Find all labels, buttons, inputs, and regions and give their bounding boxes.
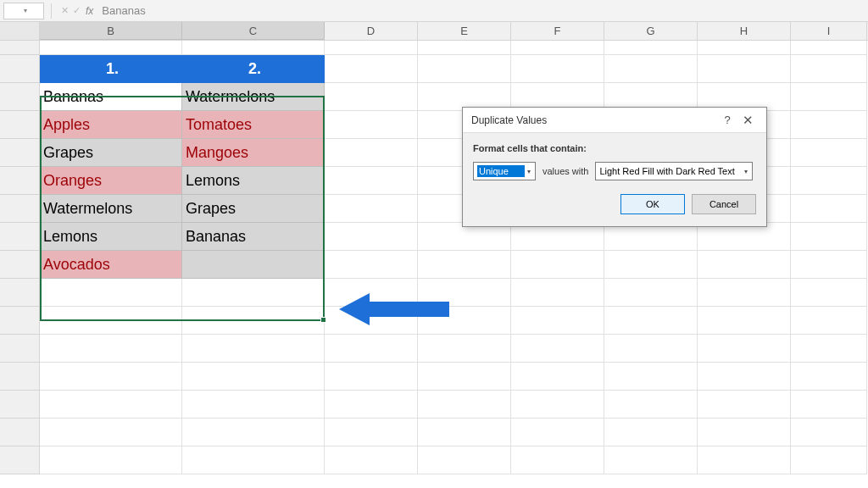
table-header-2[interactable]: 2.	[182, 55, 325, 83]
dialog-titlebar[interactable]: Duplicate Values ? ✕	[463, 108, 766, 133]
close-icon[interactable]: ✕	[737, 113, 758, 128]
row-header[interactable]	[0, 223, 40, 251]
cell[interactable]	[182, 419, 325, 446]
cell[interactable]	[325, 335, 418, 363]
cell[interactable]	[511, 251, 604, 279]
cell[interactable]	[418, 446, 511, 474]
cell[interactable]: Watermelons	[182, 83, 325, 111]
cell[interactable]	[182, 251, 325, 279]
cell[interactable]	[698, 363, 791, 391]
condition-dropdown[interactable]: Unique ▾	[473, 162, 536, 180]
cell[interactable]	[418, 251, 511, 279]
cell[interactable]: Lemons	[40, 223, 182, 251]
cell[interactable]	[418, 391, 511, 419]
cell[interactable]	[604, 251, 698, 279]
row-header[interactable]	[0, 55, 40, 83]
cell[interactable]	[325, 83, 418, 111]
cell[interactable]: Oranges	[40, 167, 182, 195]
cell[interactable]	[325, 363, 418, 391]
cell[interactable]	[698, 55, 791, 83]
cell[interactable]	[325, 111, 418, 139]
name-box[interactable]: ▾	[3, 3, 44, 19]
cell[interactable]	[511, 55, 604, 83]
cell[interactable]	[418, 307, 511, 335]
cell[interactable]	[418, 41, 511, 55]
row-header[interactable]	[0, 41, 40, 55]
cell[interactable]	[511, 307, 604, 335]
cell[interactable]	[40, 363, 182, 391]
cell[interactable]	[418, 55, 511, 83]
row-header[interactable]	[0, 419, 40, 446]
cell[interactable]	[698, 41, 791, 55]
cell[interactable]	[604, 55, 698, 83]
cell[interactable]	[182, 446, 325, 474]
format-dropdown[interactable]: Light Red Fill with Dark Red Text ▾	[595, 162, 753, 180]
row-header[interactable]	[0, 195, 40, 223]
cell[interactable]	[791, 223, 867, 251]
cell[interactable]	[698, 335, 791, 363]
cell[interactable]	[791, 251, 867, 279]
col-header-i[interactable]: I	[791, 22, 867, 40]
cell[interactable]	[604, 419, 698, 446]
row-header[interactable]	[0, 335, 40, 363]
col-header-h[interactable]: H	[698, 22, 791, 40]
cell[interactable]	[511, 446, 604, 474]
cell[interactable]	[418, 279, 511, 307]
enter-icon[interactable]: ✓	[70, 5, 82, 16]
cell[interactable]	[325, 195, 418, 223]
cell[interactable]	[182, 363, 325, 391]
cell[interactable]	[182, 335, 325, 363]
row-header[interactable]	[0, 446, 40, 474]
cell[interactable]	[604, 307, 698, 335]
cell[interactable]	[325, 446, 418, 474]
row-header[interactable]	[0, 83, 40, 111]
row-header[interactable]	[0, 251, 40, 279]
cell[interactable]	[182, 307, 325, 335]
cell[interactable]	[698, 391, 791, 419]
cell[interactable]	[791, 307, 867, 335]
cell[interactable]	[791, 111, 867, 139]
cell[interactable]	[604, 335, 698, 363]
cell[interactable]	[325, 223, 418, 251]
cell[interactable]: Grapes	[40, 139, 182, 167]
cell[interactable]	[40, 391, 182, 419]
cell[interactable]	[325, 55, 418, 83]
cell[interactable]	[40, 41, 182, 55]
cell[interactable]	[791, 335, 867, 363]
cell[interactable]	[182, 391, 325, 419]
cell[interactable]	[325, 307, 418, 335]
cell[interactable]	[325, 279, 418, 307]
cell[interactable]	[418, 335, 511, 363]
cell[interactable]	[604, 446, 698, 474]
col-header-f[interactable]: F	[511, 22, 604, 40]
cell[interactable]	[325, 251, 418, 279]
row-header[interactable]	[0, 391, 40, 419]
cell[interactable]	[791, 195, 867, 223]
cancel-button[interactable]: Cancel	[692, 194, 756, 214]
row-header[interactable]	[0, 363, 40, 391]
cancel-icon[interactable]: ✕	[58, 5, 70, 16]
col-header-c[interactable]: C	[182, 22, 325, 40]
cell[interactable]	[791, 363, 867, 391]
row-header[interactable]	[0, 167, 40, 195]
fx-icon[interactable]: fx	[86, 5, 93, 17]
col-header-d[interactable]: D	[325, 22, 418, 40]
cell[interactable]	[604, 363, 698, 391]
cell[interactable]	[511, 419, 604, 446]
cell[interactable]: Apples	[40, 111, 182, 139]
col-header-b[interactable]: B	[40, 22, 182, 40]
cell[interactable]	[325, 419, 418, 446]
cell[interactable]	[182, 41, 325, 55]
cell[interactable]	[511, 391, 604, 419]
cell[interactable]	[418, 363, 511, 391]
row-header[interactable]	[0, 279, 40, 307]
cell[interactable]	[604, 279, 698, 307]
table-header-1[interactable]: 1.	[40, 55, 182, 83]
cell[interactable]	[40, 335, 182, 363]
col-header-g[interactable]: G	[604, 22, 698, 40]
cell[interactable]: Bananas	[40, 83, 182, 111]
cell[interactable]	[791, 446, 867, 474]
select-all-corner[interactable]	[0, 22, 40, 40]
cell[interactable]	[791, 167, 867, 195]
cell[interactable]	[791, 391, 867, 419]
